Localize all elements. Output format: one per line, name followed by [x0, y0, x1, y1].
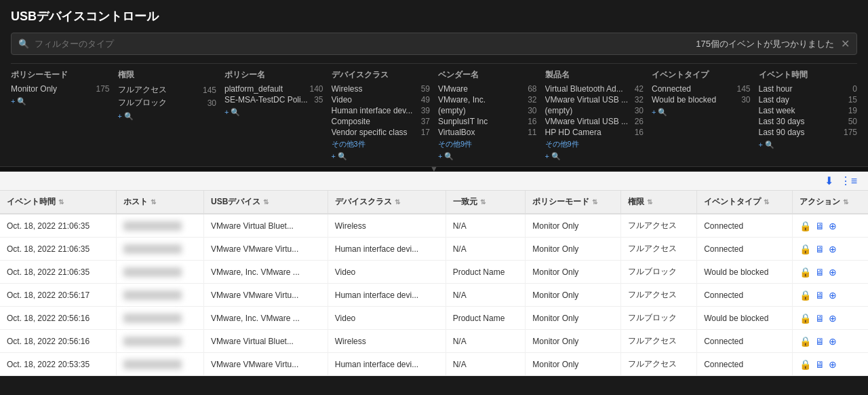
filter-add-link[interactable]: + 🔍	[224, 108, 323, 117]
filter-item[interactable]: Vendor specific class17	[332, 127, 431, 138]
filter-item[interactable]: Last week19	[759, 105, 858, 116]
filter-item[interactable]: Last 30 days50	[759, 116, 858, 127]
filter-item[interactable]: (empty)30	[545, 105, 644, 116]
filter-col-権限: 権限フルアクセス145フルブロック30+ 🔍	[118, 69, 225, 161]
cell-policy_mode: Monitor Only	[526, 330, 621, 353]
filter-item[interactable]: VMware Virtual USB ...26	[545, 116, 644, 127]
filter-item-label: SunplusIT Inc	[438, 117, 524, 126]
host-blurred: 192.168.xxx.xxx	[123, 314, 182, 323]
filter-add-link[interactable]: + 🔍	[11, 97, 110, 106]
cell-action: 🔒🖥⊕	[793, 261, 868, 284]
filter-add-link[interactable]: + 🔍	[545, 152, 644, 161]
sort-icon: ⇅	[764, 198, 769, 206]
filter-item[interactable]: Connected145	[652, 83, 751, 94]
cell-event_time: Oct. 18, 2022 21:06:35	[0, 238, 117, 261]
col-header-host[interactable]: ホスト⇅	[117, 191, 204, 214]
monitor-icon[interactable]: 🖥	[815, 244, 825, 255]
filter-item[interactable]: VirtualBox11	[438, 127, 537, 138]
filter-item[interactable]: (empty)30	[438, 105, 537, 116]
filter-col-header: イベントタイプ	[652, 69, 751, 81]
plus-circle-icon[interactable]: ⊕	[829, 221, 837, 231]
cell-policy_mode: Monitor Only	[526, 284, 621, 307]
cell-permission: フルブロック	[621, 261, 697, 284]
filter-item[interactable]: Human interface dev...39	[332, 105, 431, 116]
filter-item-count: 145	[736, 84, 750, 94]
lock-icon[interactable]: 🔒	[800, 244, 811, 255]
filter-item[interactable]: SE-MSA-TestDC Poli...35	[224, 94, 323, 105]
action-icons: 🔒🖥⊕	[800, 313, 861, 324]
filter-item[interactable]: VMware Virtual USB ...32	[545, 94, 644, 105]
lock-icon[interactable]: 🔒	[800, 221, 811, 231]
plus-circle-icon[interactable]: ⊕	[829, 359, 837, 370]
filter-col-header: ポリシー名	[224, 69, 323, 81]
filter-item[interactable]: Would be blocked30	[652, 94, 751, 105]
col-header-match_source[interactable]: 一致元⇅	[446, 191, 526, 214]
close-icon[interactable]: ✕	[841, 37, 850, 50]
filter-add-link[interactable]: + 🔍	[652, 108, 751, 117]
cell-device_class: Video	[328, 261, 446, 284]
plus-circle-icon[interactable]: ⊕	[829, 313, 837, 324]
filter-item[interactable]: Wireless59	[332, 83, 431, 94]
columns-icon[interactable]: ⋮≡	[840, 174, 857, 187]
cell-usb_device: VMware Virtual Bluet...	[204, 330, 328, 353]
lock-icon[interactable]: 🔒	[800, 359, 811, 370]
filter-item-count: 30	[741, 95, 750, 105]
cell-match_source: Product Name	[446, 261, 526, 284]
host-blurred: 192.168.xxx.xxx	[123, 360, 182, 369]
plus-circle-icon[interactable]: ⊕	[829, 290, 837, 301]
filter-item[interactable]: platform_default140	[224, 83, 323, 94]
filter-more-link[interactable]: その他3件	[332, 139, 431, 149]
filter-item[interactable]: SunplusIT Inc16	[438, 116, 537, 127]
sort-icon: ⇅	[395, 198, 400, 206]
filter-more-link[interactable]: その他9件	[438, 139, 537, 149]
col-header-permission[interactable]: 権限⇅	[621, 191, 697, 214]
filter-item[interactable]: VMware68	[438, 83, 537, 94]
lock-icon[interactable]: 🔒	[800, 313, 811, 324]
cell-policy_mode: Monitor Only	[526, 353, 621, 376]
cell-action: 🔒🖥⊕	[793, 284, 868, 307]
monitor-icon[interactable]: 🖥	[815, 336, 825, 347]
filter-item-count: 16	[528, 117, 536, 126]
col-header-event_type[interactable]: イベントタイプ⇅	[697, 191, 793, 214]
search-input[interactable]	[35, 39, 696, 49]
monitor-icon[interactable]: 🖥	[815, 313, 825, 324]
monitor-icon[interactable]: 🖥	[815, 359, 825, 370]
action-icons: 🔒🖥⊕	[800, 267, 861, 278]
filter-item[interactable]: フルアクセス145	[118, 83, 217, 96]
plus-circle-icon[interactable]: ⊕	[829, 267, 837, 278]
cell-permission: フルアクセス	[621, 238, 697, 261]
filter-add-link[interactable]: + 🔍	[118, 112, 217, 121]
lock-icon[interactable]: 🔒	[800, 290, 811, 301]
plus-circle-icon[interactable]: ⊕	[829, 244, 837, 255]
monitor-icon[interactable]: 🖥	[815, 267, 825, 278]
col-header-policy_mode[interactable]: ポリシーモード⇅	[526, 191, 621, 214]
monitor-icon[interactable]: 🖥	[815, 221, 825, 231]
filter-item[interactable]: Last hour0	[759, 83, 858, 94]
col-header-device_class[interactable]: デバイスクラス⇅	[328, 191, 446, 214]
filter-item[interactable]: Video49	[332, 94, 431, 105]
filter-item[interactable]: Last 90 days175	[759, 127, 858, 138]
filter-item[interactable]: VMware, Inc.32	[438, 94, 537, 105]
download-icon[interactable]: ⬇	[825, 174, 833, 187]
col-header-usb_device[interactable]: USBデバイス⇅	[204, 191, 328, 214]
filter-item[interactable]: Last day15	[759, 94, 858, 105]
filter-add-link[interactable]: + 🔍	[759, 140, 858, 149]
filter-item-label: Last 30 days	[759, 117, 844, 126]
col-header-event_time[interactable]: イベント時間⇅	[0, 191, 117, 214]
col-header-action[interactable]: アクション⇅	[793, 191, 868, 214]
filter-more-link[interactable]: その他9件	[545, 139, 644, 149]
filter-item-label: Human interface dev...	[332, 106, 417, 115]
filter-item[interactable]: Composite37	[332, 116, 431, 127]
filter-item[interactable]: Monitor Only175	[11, 83, 110, 94]
filter-item-count: 19	[848, 106, 857, 115]
filter-item[interactable]: フルブロック30	[118, 96, 217, 109]
filter-item-label: Composite	[332, 117, 417, 126]
filter-add-link[interactable]: + 🔍	[438, 152, 537, 161]
filter-item[interactable]: Virtual Bluetooth Ad...42	[545, 83, 644, 94]
plus-circle-icon[interactable]: ⊕	[829, 336, 837, 347]
filter-add-link[interactable]: + 🔍	[332, 152, 431, 161]
monitor-icon[interactable]: 🖥	[815, 290, 825, 301]
lock-icon[interactable]: 🔒	[800, 336, 811, 347]
filter-item[interactable]: HP HD Camera16	[545, 127, 644, 138]
lock-icon[interactable]: 🔒	[800, 267, 811, 278]
